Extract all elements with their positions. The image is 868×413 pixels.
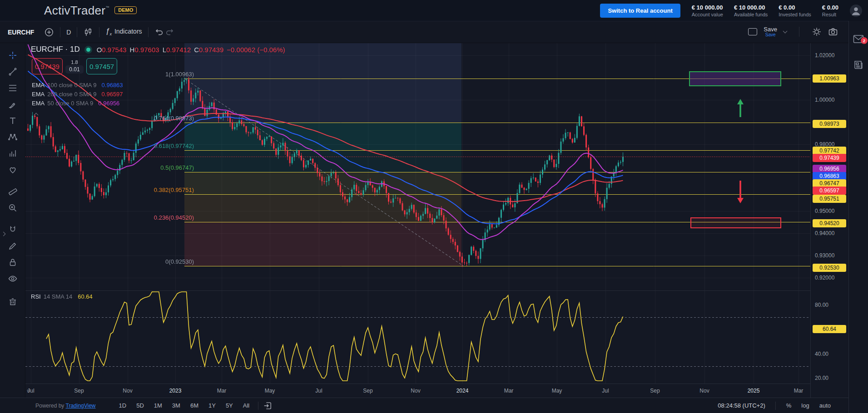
magnet-tool[interactable]	[5, 221, 20, 238]
legend-symbol[interactable]: EURCHF · 1D	[31, 45, 80, 54]
stat-label: Result	[822, 12, 838, 17]
settings-gear-icon[interactable]	[812, 27, 822, 37]
layout-icon[interactable]	[748, 28, 757, 35]
ema-row[interactable]: EMA100 close 0 SMA 90.96863	[32, 80, 123, 89]
text-tool[interactable]	[5, 113, 20, 129]
ohlc-values: O0.97543 H0.97603 L0.97412 C0.97439 −0.0…	[97, 46, 285, 54]
chart-legend: EURCHF · 1D O0.97543 H0.97603 L0.97412 C…	[31, 45, 285, 54]
range-5y-button[interactable]: 5Y	[222, 400, 237, 411]
range-6m-button[interactable]: 6M	[186, 400, 203, 411]
chart-canvas[interactable]	[25, 43, 810, 384]
price-tick: 0.95000	[815, 208, 834, 214]
news-icon[interactable]	[853, 59, 864, 72]
stat-value: € 10 000.00	[734, 4, 768, 11]
bottom-bar: Powered by TradingView 1D5D1M3M6M1Y5YAll…	[0, 398, 848, 413]
range-1d-button[interactable]: 1D	[115, 400, 131, 411]
trademark: ™	[105, 5, 109, 10]
time-label: May	[259, 388, 280, 394]
fib-retracement-icon	[8, 83, 18, 93]
price-badge: 0.92530	[813, 264, 846, 272]
time-label: May	[546, 388, 567, 394]
fib-level-label: 0(0.92530)	[25, 258, 194, 265]
fib-retracement-tool[interactable]	[5, 80, 20, 96]
stat-value: € 10 000.00	[692, 4, 723, 11]
time-label: Sep	[69, 388, 89, 394]
stat-value: € 0.00	[822, 4, 838, 11]
time-label: Sep	[357, 388, 378, 394]
indicators-button[interactable]: ƒx Indicators	[105, 27, 142, 36]
stat-label: Account value	[692, 12, 723, 17]
time-label: Jul	[595, 388, 616, 394]
crosshair-icon	[8, 50, 18, 60]
drawing-tool[interactable]	[5, 238, 20, 254]
time-label: Nov	[405, 388, 426, 394]
measure-tool[interactable]	[5, 183, 20, 200]
ema-row[interactable]: EMA200 close 0 SMA 90.96597	[32, 89, 123, 98]
time-axis[interactable]: « JulSepNov2023MarMayJulSepNov2024MarMay…	[25, 384, 810, 398]
xabcd-pattern-icon	[8, 132, 18, 142]
price-badge: 60.64	[813, 325, 846, 333]
range-5d-button[interactable]: 5D	[132, 400, 148, 411]
range-3m-button[interactable]: 3M	[168, 400, 184, 411]
interval-button[interactable]: D	[66, 29, 71, 36]
session-clock: 08:24:58 (UTC+2)	[718, 402, 765, 409]
redo-icon[interactable]	[164, 27, 174, 37]
chart-pane: EURCHF · 1D O0.97543 H0.97603 L0.97412 C…	[25, 43, 810, 384]
lock-tool[interactable]	[5, 254, 20, 270]
symbol-label[interactable]: EURCHF	[8, 29, 34, 36]
save-dropdown-icon[interactable]	[783, 29, 788, 34]
top-bar: ActivTrader ™ DEMO Switch to Real accoun…	[0, 0, 868, 21]
bars-pattern-tool[interactable]	[5, 145, 20, 162]
price-tick: 1.00000	[815, 97, 834, 103]
bars-pattern-icon	[8, 148, 18, 158]
percent-scale-button[interactable]: %	[782, 401, 796, 410]
price-axis[interactable]: 1.020001.000000.980000.950000.940000.930…	[810, 43, 848, 398]
remove-tool[interactable]	[5, 293, 20, 310]
account-stat: € 10 000.00Account value	[692, 4, 723, 17]
auto-scale-button[interactable]: auto	[815, 401, 835, 410]
change-value: −0.00062 (−0.06%)	[227, 46, 285, 54]
text-icon	[8, 116, 18, 126]
stat-value: € 0.00	[779, 4, 811, 11]
camera-snapshot-icon[interactable]	[828, 27, 838, 37]
stat-label: Invested funds	[779, 12, 811, 17]
range-all-button[interactable]: All	[239, 400, 253, 411]
compare-add-icon[interactable]	[44, 27, 54, 37]
app-root: ActivTrader ™ DEMO Switch to Real accoun…	[0, 0, 868, 413]
avatar[interactable]	[850, 5, 862, 17]
heart-tool[interactable]	[5, 162, 20, 178]
heart-icon	[8, 165, 18, 175]
right-sidebar: 2	[848, 21, 868, 413]
ema-name: EMA	[32, 82, 45, 88]
fib-level-label: 0.5(0.96747)	[25, 164, 194, 171]
chart-toolbar: EURCHF D ƒx Indicators	[0, 21, 868, 43]
log-scale-button[interactable]: log	[797, 401, 813, 410]
range-1m-button[interactable]: 1M	[150, 400, 166, 411]
account-stat: € 10 000.00Available funds	[734, 4, 768, 17]
mail-unread-badge: 2	[861, 37, 868, 44]
eye-tool[interactable]	[5, 270, 20, 287]
save-button[interactable]: Save Save	[764, 26, 777, 37]
magnet-icon	[8, 225, 18, 235]
switch-to-real-button[interactable]: Switch to Real account	[600, 4, 680, 18]
time-label: Mar	[211, 388, 232, 394]
range-1y-button[interactable]: 1Y	[204, 400, 220, 411]
tradingview-link[interactable]: TradingView	[66, 403, 96, 409]
trend-line-tool[interactable]	[5, 64, 20, 80]
ema-name: EMA	[32, 100, 45, 107]
ema-row[interactable]: EMA50 close 0 SMA 90.96956	[32, 98, 123, 108]
fib-level-label: 0.764(0.98973)	[25, 115, 194, 122]
undo-icon[interactable]	[154, 27, 164, 37]
ema-params: 200 close 0 SMA 9	[47, 91, 96, 98]
chart-type-icon[interactable]	[83, 27, 93, 37]
price-tick: 0.92000	[815, 275, 834, 281]
drawing-icon	[8, 241, 18, 251]
crosshair-tool[interactable]	[5, 47, 20, 64]
time-label: 2024	[452, 388, 473, 394]
zoom-in-tool[interactable]	[5, 200, 20, 216]
goto-date-icon[interactable]	[263, 401, 272, 410]
ema-value: 0.96956	[98, 100, 119, 107]
side-panel-toggle[interactable]	[0, 227, 7, 241]
brush-tool[interactable]	[5, 96, 20, 113]
xabcd-pattern-tool[interactable]	[5, 129, 20, 145]
